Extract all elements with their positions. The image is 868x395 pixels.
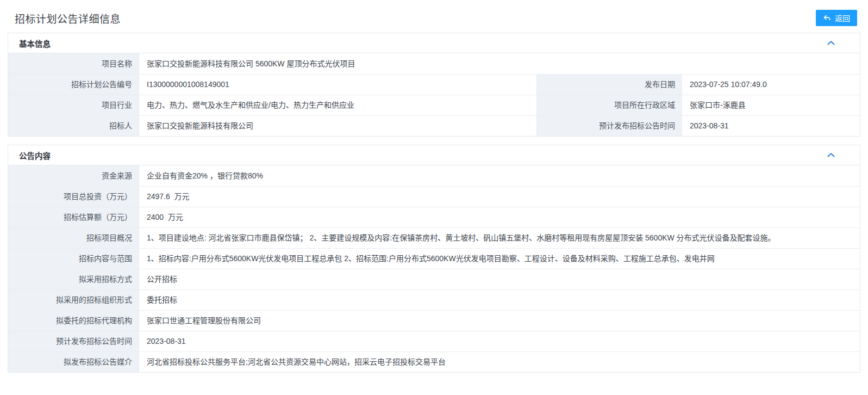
field-value: 2400 万元 — [139, 207, 860, 227]
basic-info-panel: 基本信息 项目名称 张家口交投新能源科技有限公司 5600KW 屋顶分布式光伏项… — [8, 33, 860, 137]
return-arrow-icon — [823, 14, 831, 22]
info-row: 招标项目概况 1、项目建设地点: 河北省张家口市鹿县保岱镇； 2、主要建设规模及… — [8, 227, 860, 248]
basic-info-collapse-button[interactable] — [825, 39, 837, 48]
field-label: 招标估算额（万元） — [8, 207, 139, 227]
info-row: 资金来源 企业自有资金20% ，银行贷款80% — [8, 165, 860, 186]
back-button-label: 返回 — [835, 13, 850, 23]
info-row: 招标估算额（万元） 2400 万元 — [8, 207, 860, 227]
field-value: 张家口交投新能源科技有限公司 5600KW 屋顶分布式光伏项目 — [139, 53, 860, 74]
field-value: 委托招标 — [139, 289, 860, 310]
field-label: 项目总投资（万元） — [8, 186, 139, 207]
field-label: 招标计划公告编号 — [8, 74, 139, 95]
info-row: 招标人 张家口交投新能源科技有限公司 预计发布招标公告时间 2023-08-31 — [8, 115, 860, 136]
info-row: 拟采用的招标组织形式 委托招标 — [8, 289, 860, 310]
field-value: 2023-07-25 10:07:49.0 — [682, 74, 860, 95]
field-value: 2023-08-31 — [682, 115, 860, 136]
page-title: 招标计划公告详细信息 — [15, 11, 121, 26]
field-label: 资金来源 — [8, 165, 139, 186]
field-value: 2023-08-31 — [139, 331, 860, 351]
field-label: 预计发布招标公告时间 — [8, 331, 139, 351]
field-label: 拟采用的招标组织形式 — [8, 289, 139, 310]
field-label: 招标项目概况 — [8, 227, 139, 248]
field-value: 公开招标 — [139, 269, 860, 289]
field-label: 发布日期 — [536, 74, 682, 95]
field-value: 2497.6 万元 — [139, 186, 860, 207]
info-row: 拟发布招标公告媒介 河北省招标投标公共服务平台;河北省公共资源交易中心网站，招采… — [8, 351, 860, 372]
field-label: 招标人 — [8, 115, 139, 136]
announcement-collapse-button[interactable] — [825, 151, 837, 160]
field-value: 河北省招标投标公共服务平台;河北省公共资源交易中心网站，招采云电子招投标交易平台 — [139, 351, 860, 372]
info-row: 项目总投资（万元） 2497.6 万元 — [8, 186, 860, 207]
field-value: 张家口世通工程管理股份有限公司 — [139, 310, 860, 331]
basic-info-title: 基本信息 — [19, 38, 51, 49]
field-label: 拟委托的招标代理机构 — [8, 310, 139, 331]
field-value: 1、招标内容:户用分布式5600KW光伏发电项目工程总承包 2、招标范围:户用分… — [139, 248, 860, 269]
chevron-up-icon — [827, 151, 835, 159]
info-row: 项目行业 电力、热力、燃气及水生产和供应业/电力、热力生产和供应业 项目所在行政… — [8, 95, 860, 115]
page-header: 招标计划公告详细信息 返回 — [0, 0, 868, 33]
announcement-panel: 公告内容 资金来源 企业自有资金20% ，银行贷款80% 项目总投资（万元） 2… — [8, 145, 860, 373]
info-row: 预计发布招标公告时间 2023-08-31 — [8, 331, 860, 351]
announcement-title: 公告内容 — [19, 150, 51, 161]
announcement-header: 公告内容 — [8, 145, 860, 165]
back-button[interactable]: 返回 — [816, 10, 857, 26]
field-label: 招标内容与范围 — [8, 248, 139, 269]
field-value: I1300000001008149001 — [139, 74, 536, 95]
basic-info-header: 基本信息 — [8, 33, 860, 53]
field-value: 1、项目建设地点: 河北省张家口市鹿县保岱镇； 2、主要建设规模及内容:在保镇茶… — [139, 227, 860, 248]
field-value: 张家口市-涿鹿县 — [682, 95, 860, 115]
chevron-up-icon — [827, 39, 835, 47]
field-label: 拟发布招标公告媒介 — [8, 351, 139, 372]
info-row: 拟委托的招标代理机构 张家口世通工程管理股份有限公司 — [8, 310, 860, 331]
field-label: 项目名称 — [8, 53, 139, 74]
field-label: 预计发布招标公告时间 — [536, 115, 682, 136]
info-row: 项目名称 张家口交投新能源科技有限公司 5600KW 屋顶分布式光伏项目 — [8, 53, 860, 74]
field-value: 电力、热力、燃气及水生产和供应业/电力、热力生产和供应业 — [139, 95, 536, 115]
info-row: 拟采用招标方式 公开招标 — [8, 269, 860, 289]
field-label: 拟采用招标方式 — [8, 269, 139, 289]
info-row: 招标计划公告编号 I1300000001008149001 发布日期 2023-… — [8, 74, 860, 95]
info-row: 招标内容与范围 1、招标内容:户用分布式5600KW光伏发电项目工程总承包 2、… — [8, 248, 860, 269]
field-value: 企业自有资金20% ，银行贷款80% — [139, 165, 860, 186]
field-label: 项目所在行政区域 — [536, 95, 682, 115]
field-value: 张家口交投新能源科技有限公司 — [139, 115, 536, 136]
field-label: 项目行业 — [8, 95, 139, 115]
